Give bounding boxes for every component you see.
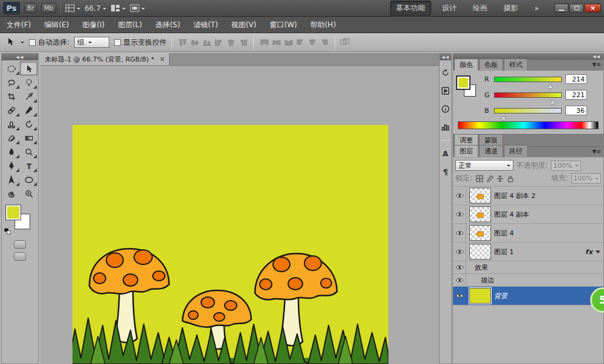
visibility-eye-icon[interactable] — [453, 187, 466, 205]
workspace-paint-button[interactable]: 绘画 — [467, 1, 493, 15]
ellipse-shape-tool[interactable] — [20, 173, 37, 187]
gradient-tool[interactable] — [20, 131, 37, 145]
fill-input[interactable]: 100% — [571, 173, 601, 184]
minimize-button[interactable] — [554, 4, 568, 13]
canvas-area[interactable] — [40, 66, 439, 364]
tab-masks[interactable]: 蒙版 — [479, 134, 503, 146]
red-value-input[interactable]: 214 — [565, 74, 587, 84]
hand-tool[interactable] — [2, 187, 20, 200]
lasso-tool[interactable] — [2, 75, 20, 89]
red-slider-thumb[interactable] — [548, 82, 553, 88]
brush-tool[interactable] — [20, 103, 37, 117]
layer-row[interactable]: 图层 4 — [453, 224, 603, 243]
align-bottom-icon[interactable] — [201, 37, 212, 48]
menu-help[interactable]: 帮助(H) — [304, 17, 342, 33]
blur-tool[interactable] — [2, 145, 20, 159]
layer-effects-badge[interactable]: fx — [585, 248, 593, 256]
tab-styles[interactable]: 样式 — [504, 59, 528, 71]
foreground-color-swatch[interactable] — [6, 205, 21, 220]
move-tool[interactable] — [20, 62, 37, 75]
menu-select[interactable]: 选择(S) — [149, 17, 187, 33]
visibility-eye-icon[interactable] — [453, 261, 466, 273]
quick-mask-button[interactable] — [14, 240, 26, 249]
clone-stamp-tool[interactable] — [2, 117, 20, 131]
close-document-icon[interactable]: × — [159, 55, 165, 63]
lock-image-pixels-icon[interactable] — [486, 174, 493, 182]
layer-row[interactable]: 图层 1 fx — [453, 243, 603, 261]
pen-tool[interactable] — [2, 159, 20, 173]
info-panel-icon[interactable] — [440, 104, 451, 114]
green-value-input[interactable]: 221 — [565, 90, 587, 100]
align-top-icon[interactable] — [177, 37, 188, 48]
auto-select-checkbox[interactable] — [29, 39, 36, 46]
bridge-button[interactable]: Br — [24, 3, 37, 13]
blue-slider[interactable] — [494, 108, 562, 113]
menu-filter[interactable]: 滤镜(T) — [187, 17, 225, 33]
color-spectrum-ramp[interactable] — [458, 121, 599, 129]
quick-selection-tool[interactable] — [20, 75, 37, 89]
lock-position-icon[interactable] — [496, 174, 504, 182]
zoom-tool[interactable] — [20, 187, 37, 200]
elliptical-marquee-tool[interactable] — [2, 62, 20, 75]
visibility-eye-icon[interactable] — [453, 243, 466, 261]
blue-slider-thumb[interactable] — [501, 113, 506, 120]
effect-row[interactable]: 效果 — [453, 261, 603, 274]
visibility-eye-icon[interactable] — [453, 287, 466, 305]
auto-align-layers-icon[interactable] — [340, 37, 351, 48]
type-tool[interactable]: T — [20, 159, 37, 173]
history-panel-icon[interactable] — [440, 68, 451, 78]
crop-tool[interactable] — [2, 89, 20, 103]
red-slider[interactable] — [494, 77, 562, 82]
distribute-right-icon[interactable] — [319, 37, 330, 48]
dodge-tool[interactable] — [20, 145, 37, 159]
tab-swatches[interactable]: 色板 — [479, 59, 503, 71]
healing-brush-tool[interactable] — [2, 103, 20, 117]
visibility-eye-icon[interactable] — [453, 274, 466, 286]
screen-mode-dropdown[interactable] — [130, 4, 145, 12]
menu-edit[interactable]: 编辑(E) — [37, 17, 76, 33]
eraser-tool[interactable] — [2, 131, 20, 145]
collapse-effects-chevron[interactable] — [596, 251, 600, 256]
workspace-overflow-button[interactable]: » — [529, 2, 544, 14]
default-colors-icon[interactable] — [4, 228, 11, 234]
layer-row[interactable]: 图层 4 副本 2 — [453, 187, 603, 205]
panel-menu-icon[interactable]: ▼≡ — [593, 62, 601, 68]
restore-button[interactable] — [570, 4, 583, 13]
layer-thumbnail[interactable] — [469, 225, 491, 241]
tab-channels[interactable]: 通道 — [479, 145, 503, 157]
tab-adjustments[interactable]: 调整 — [454, 134, 478, 146]
history-brush-tool[interactable] — [20, 117, 37, 131]
workspace-photo-button[interactable]: 摄影 — [498, 1, 524, 15]
green-slider[interactable] — [494, 92, 562, 98]
tab-paths[interactable]: 路径 — [504, 145, 528, 157]
menu-file[interactable]: 文件(F) — [0, 17, 37, 33]
dock-collapse-grip[interactable]: ◀◀ — [440, 54, 451, 60]
histogram-panel-icon[interactable] — [440, 122, 451, 132]
menu-layer[interactable]: 图层(L) — [111, 17, 149, 33]
tab-color[interactable]: 颜色 — [454, 59, 478, 71]
blend-mode-dropdown[interactable]: 正常 — [455, 160, 513, 171]
eyedropper-tool[interactable] — [20, 89, 37, 103]
opacity-input[interactable]: 100% — [551, 161, 580, 171]
arrange-documents-dropdown[interactable] — [111, 4, 126, 12]
layer-thumbnail[interactable] — [469, 288, 491, 304]
show-transform-checkbox[interactable] — [114, 39, 121, 46]
align-vertical-center-icon[interactable] — [189, 37, 200, 48]
panel-foreground-swatch[interactable] — [457, 77, 469, 89]
layer-row[interactable]: 图层 4 副本 — [453, 205, 603, 224]
distribute-left-icon[interactable] — [295, 37, 306, 48]
align-right-icon[interactable] — [237, 37, 248, 48]
effect-row[interactable]: 描边 — [453, 274, 603, 287]
tab-layers[interactable]: 图层 — [454, 145, 478, 157]
screen-mode-button[interactable] — [14, 252, 26, 261]
workspace-basic-button[interactable]: 基本功能 — [390, 1, 431, 16]
zoom-level-dropdown[interactable]: 66.7 — [85, 4, 106, 13]
visibility-eye-icon[interactable] — [453, 205, 466, 223]
align-horizontal-center-icon[interactable] — [225, 37, 236, 48]
actions-panel-icon[interactable] — [440, 86, 451, 96]
align-left-icon[interactable] — [213, 37, 224, 48]
mini-bridge-button[interactable]: Mb — [41, 3, 56, 13]
path-selection-tool[interactable] — [2, 173, 20, 187]
blue-value-input[interactable]: 36 — [565, 106, 587, 115]
lock-all-icon[interactable] — [506, 174, 514, 182]
